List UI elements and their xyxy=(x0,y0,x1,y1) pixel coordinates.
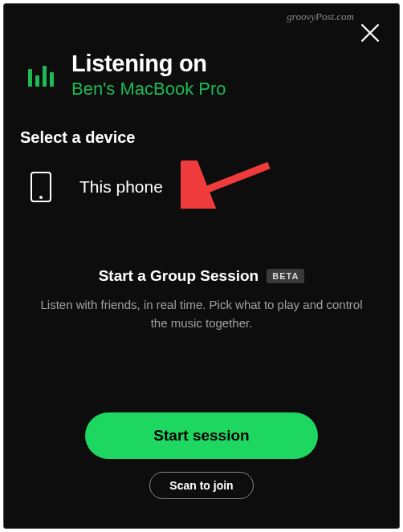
close-button[interactable] xyxy=(359,22,381,44)
equalizer-icon xyxy=(28,64,54,87)
group-session-description: Listen with friends, in real time. Pick … xyxy=(26,296,377,332)
select-device-heading: Select a device xyxy=(4,116,399,164)
device-option-label: This phone xyxy=(79,177,163,197)
group-session-section: Start a Group Session BETA Listen with f… xyxy=(4,219,399,332)
scan-to-join-button[interactable]: Scan to join xyxy=(149,472,253,499)
app-frame: groovyPost.com Listening on Ben's MacBoo… xyxy=(0,0,403,532)
close-icon xyxy=(359,22,381,44)
phone-icon xyxy=(30,171,52,203)
listening-on-title: Listening on xyxy=(71,51,226,77)
beta-badge: BETA xyxy=(267,269,304,283)
header-text: Listening on Ben's MacBook Pro xyxy=(71,51,226,99)
connect-panel: groovyPost.com Listening on Ben's MacBoo… xyxy=(3,3,400,529)
group-session-title: Start a Group Session xyxy=(99,267,259,285)
current-device-name: Ben's MacBook Pro xyxy=(71,79,226,99)
svg-point-3 xyxy=(39,196,43,199)
button-group: Start session Scan to join xyxy=(4,412,399,499)
start-session-button[interactable]: Start session xyxy=(85,412,318,459)
group-session-title-row: Start a Group Session BETA xyxy=(26,267,377,285)
watermark-text: groovyPost.com xyxy=(287,10,354,23)
device-option-this-phone[interactable]: This phone xyxy=(4,164,399,219)
